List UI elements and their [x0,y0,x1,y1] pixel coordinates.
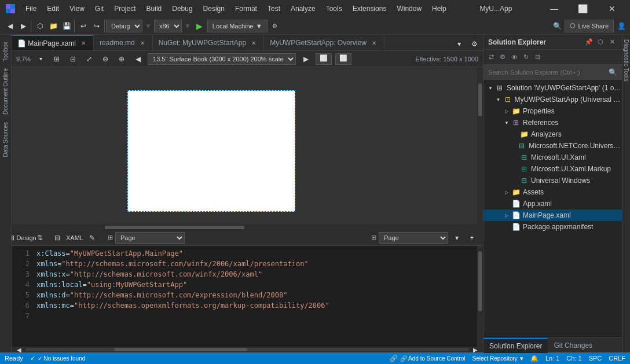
add-source-control[interactable]: 🔗 🔗 Add to Source Control [390,355,466,362]
se-collapse-btn[interactable]: ⊟ [532,52,543,62]
tree-item[interactable]: ▷📄MainPage.xaml [484,209,622,221]
tree-item[interactable]: 📁Analyzers [484,128,622,140]
new-project-btn[interactable]: ⬡ [34,20,46,32]
tab-close-btn[interactable]: ✕ [370,39,378,47]
save-btn[interactable]: 💾 [60,20,73,32]
se-properties-btn[interactable]: ⚙ [497,52,508,62]
hscroll-track[interactable] [25,348,469,351]
menu-item-tools[interactable]: Tools [321,2,347,15]
menu-item-debug[interactable]: Debug [167,2,197,15]
design-vscroll[interactable] [477,67,483,230]
search-toolbar-btn[interactable]: 🔍 [551,20,563,32]
menu-item-git[interactable]: Git [90,2,108,15]
design-btn[interactable]: ⊞ Design [16,231,29,244]
se-pin-btn[interactable]: 📌 [584,37,594,47]
diagnostic-tools-tab[interactable]: Diagnostic Tools [622,35,630,86]
restore-button[interactable]: ⬜ [570,0,596,17]
design-view-toggle[interactable]: ⬜ [316,53,332,65]
tree-item[interactable]: ⊟Universal Windows [484,175,622,186]
account-btn[interactable]: 👤 [615,20,628,32]
menu-item-window[interactable]: Window [392,2,426,15]
tree-item[interactable]: ▼⊞Solution 'MyUWPGetStartApp' (1 of 1 p [484,82,622,94]
design-hscroll[interactable] [12,225,477,230]
menu-item-edit[interactable]: Edit [42,2,64,15]
se-dock-btn[interactable]: ⬡ [595,37,606,47]
notification-btn[interactable]: 🔔 [530,355,539,362]
zoom-out-btn[interactable]: ⊖ [99,53,112,65]
tab-close-btn[interactable]: ✕ [138,39,146,47]
code-vscroll[interactable] [477,246,483,347]
menu-item-file[interactable]: File [21,2,41,15]
tree-item[interactable]: 📄Package.appxmanifest [484,221,622,233]
back-button[interactable]: ◀ [3,20,16,32]
menu-item-build[interactable]: Build [142,2,167,15]
tree-item[interactable]: ▼⊡MyUWPGetStartApp (Universal W... [484,94,622,105]
tree-arrow[interactable]: ▼ [486,86,495,91]
page-right-select[interactable]: Page [379,232,448,244]
select-repository-button[interactable]: Select Repository ▾ [473,355,523,362]
local-machine-button[interactable]: Local Machine ▼ [207,20,268,32]
tab-overview[interactable]: MyUWPGetStartApp: Overview ✕ [264,35,384,50]
platform-select[interactable]: x86 [154,20,182,32]
fit-btn[interactable]: ⤢ [83,53,96,65]
run-button[interactable]: ▶ [193,20,206,32]
se-search-box[interactable]: 🔍 [484,65,622,80]
build-config-select[interactable]: Debug [106,20,142,32]
tree-item[interactable]: ⊟Microsoft.UI.Xaml [484,152,622,163]
menu-item-extensions[interactable]: Extensions [348,2,391,15]
menu-item-help[interactable]: Help [427,2,451,15]
tree-arrow[interactable]: ▷ [502,190,511,195]
code-content[interactable]: x:Class="MyUWPGetStartApp.MainPage" xmln… [32,246,477,347]
tree-arrow[interactable]: ▷ [502,213,511,218]
grid-view-btn[interactable]: ⊞ [50,53,63,65]
device-selector[interactable]: 13.5" Surface Book (3000 x 2000) 200% sc… [148,53,296,65]
tab-nuget[interactable]: NuGet: MyUWPGetStartApp ✕ [153,35,264,50]
split-view-toggle[interactable]: ⬜ [335,53,351,65]
hscroll-thumb[interactable] [114,348,247,351]
hscroll-left-btn[interactable]: ◀ [13,343,25,352]
design-surface[interactable] [12,67,483,230]
se-close-btn[interactable]: ✕ [607,37,617,47]
tab-list-btn[interactable]: ▾ [453,38,466,50]
tree-item[interactable]: 📄App.xaml [484,198,622,209]
tree-arrow[interactable]: ▼ [494,97,503,102]
se-tab-solution-explorer[interactable]: Solution Explorer [484,338,548,353]
tree-item[interactable]: ▷📁Properties [484,105,622,117]
next-device-btn[interactable]: ▶ [299,53,312,65]
xaml-btn[interactable]: XAML [68,231,81,244]
redo-btn[interactable]: ↪ [90,20,103,32]
tab-readme[interactable]: readme.md ✕ [94,35,153,50]
se-tab-git-changes[interactable]: Git Changes [548,338,598,353]
tree-arrow[interactable]: ▷ [502,109,511,114]
menu-item-test[interactable]: Test [263,2,285,15]
se-refresh-btn[interactable]: ↻ [521,52,531,62]
menu-item-view[interactable]: View [65,2,89,15]
menu-item-design[interactable]: Design [199,2,229,15]
zoom-in-btn[interactable]: ⊕ [115,53,128,65]
tree-item[interactable]: ▼⊞References [484,117,622,128]
se-show-all-btn[interactable]: 👁 [509,52,519,62]
page-left-select[interactable]: Page [115,232,185,244]
forward-button[interactable]: ▶ [17,20,30,32]
menu-item-format[interactable]: Format [230,2,262,15]
menu-item-analyze[interactable]: Analyze [286,2,320,15]
tree-item[interactable]: ⊟Microsoft.UI.Xaml.Markup [484,163,622,175]
zoom-dropdown-btn[interactable]: ▾ [34,53,47,65]
xaml-icon-btn[interactable]: ⊟ [51,231,64,244]
attach-btn[interactable]: ⚙ [269,20,281,32]
se-search-input[interactable] [488,69,606,76]
code-hscroll[interactable]: ◀ ▶ [12,347,483,352]
add-page-btn[interactable]: + [466,231,478,244]
menu-item-project[interactable]: Project [109,2,140,15]
close-button[interactable]: ✕ [599,0,625,17]
grid-view-btn2[interactable]: ⊟ [67,53,79,65]
page-selector-dropdown[interactable]: ▾ [450,231,463,244]
tab-close-btn[interactable]: ✕ [250,39,258,47]
xaml-edit-btn[interactable]: ✎ [86,231,98,244]
tab-close-btn[interactable]: ✕ [79,39,87,47]
tab-mainpage-xaml[interactable]: 📄 MainPage.xaml ✕ [12,35,94,50]
undo-btn[interactable]: ↩ [77,20,90,32]
minimize-button[interactable]: — [541,0,567,17]
live-share-button[interactable]: ⬡ Live Share [565,20,614,32]
tree-arrow[interactable]: ▼ [502,120,511,126]
